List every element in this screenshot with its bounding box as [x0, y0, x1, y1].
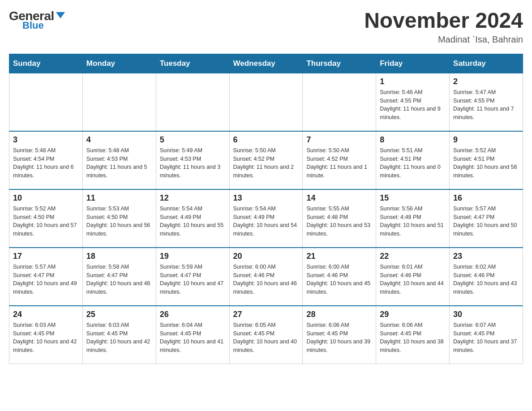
- calendar-day-cell: 21Sunrise: 6:00 AM Sunset: 4:46 PM Dayli…: [303, 248, 376, 306]
- day-number: 2: [453, 77, 519, 86]
- calendar-day-cell: 16Sunrise: 5:57 AM Sunset: 4:47 PM Dayli…: [450, 189, 523, 248]
- day-number: 7: [306, 135, 372, 145]
- day-info: Sunrise: 5:57 AM Sunset: 4:47 PM Dayligh…: [453, 205, 519, 238]
- calendar-day-cell: 17Sunrise: 5:57 AM Sunset: 4:47 PM Dayli…: [9, 248, 83, 306]
- day-info: Sunrise: 5:55 AM Sunset: 4:48 PM Dayligh…: [306, 205, 372, 238]
- day-number: 18: [86, 252, 152, 261]
- calendar-day-cell: 29Sunrise: 6:06 AM Sunset: 4:45 PM Dayli…: [376, 306, 450, 364]
- calendar-day-cell: 19Sunrise: 5:59 AM Sunset: 4:47 PM Dayli…: [156, 248, 229, 306]
- calendar-body: 1Sunrise: 5:46 AM Sunset: 4:55 PM Daylig…: [9, 73, 523, 364]
- day-number: 10: [13, 193, 79, 203]
- day-of-week-header: Saturday: [450, 54, 523, 73]
- day-number: 19: [160, 252, 226, 261]
- day-info: Sunrise: 5:54 AM Sunset: 4:49 PM Dayligh…: [233, 205, 299, 238]
- calendar-week-row: 10Sunrise: 5:52 AM Sunset: 4:50 PM Dayli…: [9, 189, 523, 248]
- day-info: Sunrise: 6:02 AM Sunset: 4:46 PM Dayligh…: [453, 263, 519, 296]
- calendar-day-cell: [156, 73, 229, 131]
- day-of-week-header: Thursday: [303, 54, 376, 73]
- day-info: Sunrise: 5:59 AM Sunset: 4:47 PM Dayligh…: [160, 263, 226, 296]
- calendar-header: SundayMondayTuesdayWednesdayThursdayFrid…: [9, 54, 523, 73]
- day-of-week-header: Monday: [82, 54, 156, 73]
- day-number: 17: [13, 252, 79, 261]
- day-number: 24: [13, 310, 79, 319]
- day-info: Sunrise: 5:48 AM Sunset: 4:54 PM Dayligh…: [13, 146, 79, 180]
- day-number: 4: [86, 135, 152, 145]
- calendar-day-cell: 27Sunrise: 6:05 AM Sunset: 4:45 PM Dayli…: [229, 306, 303, 364]
- calendar-day-cell: [82, 73, 156, 131]
- location-subtitle: Madinat `Isa, Bahrain: [364, 34, 523, 45]
- day-number: 22: [380, 252, 446, 261]
- day-of-week-header: Tuesday: [156, 54, 229, 73]
- day-number: 8: [380, 135, 446, 145]
- calendar-day-cell: [229, 73, 303, 131]
- day-info: Sunrise: 6:03 AM Sunset: 4:45 PM Dayligh…: [86, 321, 152, 355]
- day-info: Sunrise: 6:00 AM Sunset: 4:46 PM Dayligh…: [306, 263, 372, 296]
- day-info: Sunrise: 5:56 AM Sunset: 4:48 PM Dayligh…: [380, 205, 446, 238]
- logo: General Blue: [9, 9, 65, 31]
- day-number: 21: [306, 252, 372, 261]
- day-number: 20: [233, 252, 299, 261]
- day-number: 1: [380, 77, 446, 86]
- title-block: November 2024 Madinat `Isa, Bahrain: [364, 9, 523, 45]
- calendar-day-cell: 7Sunrise: 5:50 AM Sunset: 4:52 PM Daylig…: [303, 131, 376, 189]
- day-info: Sunrise: 5:46 AM Sunset: 4:55 PM Dayligh…: [380, 88, 446, 122]
- calendar-week-row: 1Sunrise: 5:46 AM Sunset: 4:55 PM Daylig…: [9, 73, 523, 131]
- day-info: Sunrise: 6:06 AM Sunset: 4:45 PM Dayligh…: [380, 321, 446, 355]
- day-number: 23: [453, 252, 519, 261]
- day-info: Sunrise: 5:54 AM Sunset: 4:49 PM Dayligh…: [160, 205, 226, 238]
- day-info: Sunrise: 5:52 AM Sunset: 4:50 PM Dayligh…: [13, 205, 79, 238]
- day-info: Sunrise: 6:04 AM Sunset: 4:45 PM Dayligh…: [160, 321, 226, 355]
- calendar-day-cell: 20Sunrise: 6:00 AM Sunset: 4:46 PM Dayli…: [229, 248, 303, 306]
- logo-blue-text: Blue: [22, 20, 44, 31]
- day-number: 25: [86, 310, 152, 319]
- day-number: 6: [233, 135, 299, 145]
- day-number: 9: [453, 135, 519, 145]
- day-number: 29: [380, 310, 446, 319]
- day-info: Sunrise: 6:00 AM Sunset: 4:46 PM Dayligh…: [233, 263, 299, 296]
- calendar-day-cell: 12Sunrise: 5:54 AM Sunset: 4:49 PM Dayli…: [156, 189, 229, 248]
- calendar-day-cell: 13Sunrise: 5:54 AM Sunset: 4:49 PM Dayli…: [229, 189, 303, 248]
- day-info: Sunrise: 5:52 AM Sunset: 4:51 PM Dayligh…: [453, 146, 519, 180]
- day-info: Sunrise: 5:48 AM Sunset: 4:53 PM Dayligh…: [86, 146, 152, 180]
- day-info: Sunrise: 6:03 AM Sunset: 4:45 PM Dayligh…: [13, 321, 79, 355]
- day-info: Sunrise: 5:53 AM Sunset: 4:50 PM Dayligh…: [86, 205, 152, 238]
- day-of-week-header: Wednesday: [229, 54, 303, 73]
- calendar-day-cell: 14Sunrise: 5:55 AM Sunset: 4:48 PM Dayli…: [303, 189, 376, 248]
- day-info: Sunrise: 6:05 AM Sunset: 4:45 PM Dayligh…: [233, 321, 299, 355]
- calendar-day-cell: 26Sunrise: 6:04 AM Sunset: 4:45 PM Dayli…: [156, 306, 229, 364]
- calendar-day-cell: 2Sunrise: 5:47 AM Sunset: 4:55 PM Daylig…: [450, 73, 523, 131]
- day-number: 27: [233, 310, 299, 319]
- calendar-day-cell: 10Sunrise: 5:52 AM Sunset: 4:50 PM Dayli…: [9, 189, 83, 248]
- day-number: 28: [306, 310, 372, 319]
- days-of-week-row: SundayMondayTuesdayWednesdayThursdayFrid…: [9, 54, 523, 73]
- month-year-title: November 2024: [364, 9, 523, 33]
- calendar-week-row: 17Sunrise: 5:57 AM Sunset: 4:47 PM Dayli…: [9, 248, 523, 306]
- day-info: Sunrise: 6:07 AM Sunset: 4:45 PM Dayligh…: [453, 321, 519, 355]
- calendar-day-cell: 11Sunrise: 5:53 AM Sunset: 4:50 PM Dayli…: [82, 189, 156, 248]
- calendar-day-cell: 23Sunrise: 6:02 AM Sunset: 4:46 PM Dayli…: [450, 248, 523, 306]
- day-number: 13: [233, 193, 299, 203]
- page-header: General Blue November 2024 Madinat `Isa,…: [9, 9, 523, 45]
- day-info: Sunrise: 5:50 AM Sunset: 4:52 PM Dayligh…: [233, 146, 299, 180]
- calendar-day-cell: 30Sunrise: 6:07 AM Sunset: 4:45 PM Dayli…: [450, 306, 523, 364]
- day-info: Sunrise: 5:51 AM Sunset: 4:51 PM Dayligh…: [380, 146, 446, 180]
- day-number: 3: [13, 135, 79, 145]
- day-info: Sunrise: 6:06 AM Sunset: 4:45 PM Dayligh…: [306, 321, 372, 355]
- day-number: 30: [453, 310, 519, 319]
- calendar-week-row: 24Sunrise: 6:03 AM Sunset: 4:45 PM Dayli…: [9, 306, 523, 364]
- day-number: 12: [160, 193, 226, 203]
- day-number: 16: [453, 193, 519, 203]
- calendar-day-cell: 25Sunrise: 6:03 AM Sunset: 4:45 PM Dayli…: [82, 306, 156, 364]
- day-number: 5: [160, 135, 226, 145]
- calendar-week-row: 3Sunrise: 5:48 AM Sunset: 4:54 PM Daylig…: [9, 131, 523, 189]
- calendar-day-cell: 1Sunrise: 5:46 AM Sunset: 4:55 PM Daylig…: [376, 73, 450, 131]
- day-info: Sunrise: 5:47 AM Sunset: 4:55 PM Dayligh…: [453, 88, 519, 122]
- calendar-day-cell: 9Sunrise: 5:52 AM Sunset: 4:51 PM Daylig…: [450, 131, 523, 189]
- day-of-week-header: Sunday: [9, 54, 83, 73]
- day-info: Sunrise: 6:01 AM Sunset: 4:46 PM Dayligh…: [380, 263, 446, 296]
- day-info: Sunrise: 5:57 AM Sunset: 4:47 PM Dayligh…: [13, 263, 79, 296]
- calendar-table: SundayMondayTuesdayWednesdayThursdayFrid…: [9, 54, 523, 364]
- calendar-day-cell: 15Sunrise: 5:56 AM Sunset: 4:48 PM Dayli…: [376, 189, 450, 248]
- day-number: 15: [380, 193, 446, 203]
- calendar-day-cell: 8Sunrise: 5:51 AM Sunset: 4:51 PM Daylig…: [376, 131, 450, 189]
